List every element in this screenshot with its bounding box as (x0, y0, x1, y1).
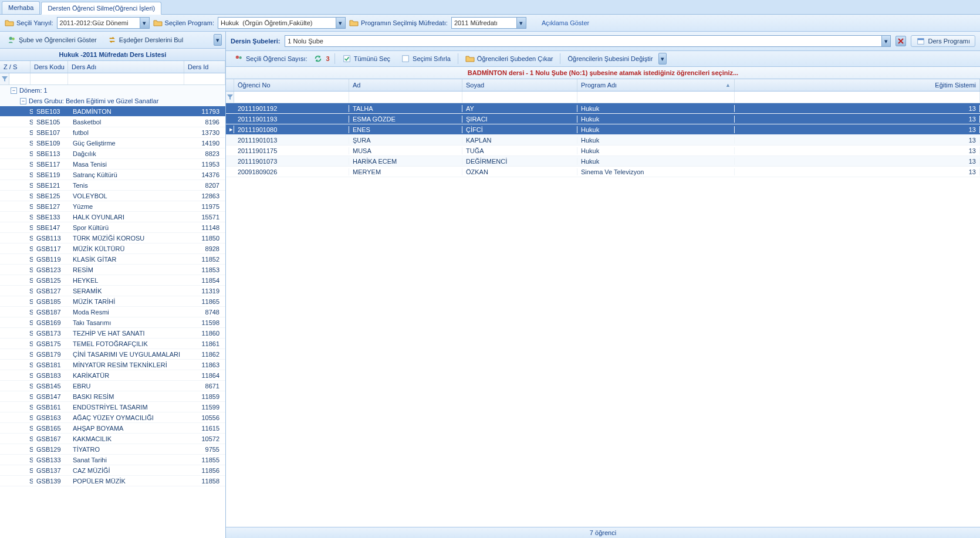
course-row[interactable]: S...GSB163AĞAÇ YÜZEY OYMACILIĞI10556 (0, 412, 225, 423)
course-row[interactable]: S...SBE119Satranç Kültürü14376 (0, 170, 225, 180)
clear-selection-button[interactable]: Seçimi Sıfırla (396, 53, 455, 64)
course-zs: S... (0, 319, 33, 326)
course-row[interactable]: S...SBE117Masa Tenisi11953 (0, 159, 225, 170)
course-row[interactable]: S...SBE127Yüzme11975 (0, 201, 225, 212)
course-row[interactable]: S...GSB165AHŞAP BOYAMA11615 (0, 423, 225, 434)
course-grid-body[interactable]: −Dönem: 1 −Ders Grubu: Beden Eğitimi ve … (0, 85, 225, 538)
close-button[interactable] (895, 36, 906, 46)
course-row[interactable]: S...SBE109Güç Geliştirme14190 (0, 138, 225, 148)
course-row[interactable]: S...GSB167KAKMACILIK10572 (0, 434, 225, 444)
chevron-down-icon[interactable]: ▾ (336, 18, 345, 28)
collapse-icon[interactable]: − (11, 87, 17, 94)
group-row-course-group[interactable]: −Ders Grubu: Beden Eğitimi ve Güzel Sana… (0, 96, 225, 106)
course-row[interactable]: S...GSB117MÜZİK KÜLTÜRÜ8928 (0, 243, 225, 254)
course-row[interactable]: S...GSB139POPÜLER MÜZİK11858 (0, 476, 225, 486)
left-toolbar-menu-button[interactable]: ▾ (214, 34, 222, 46)
course-code: SBE103 (33, 108, 69, 115)
chevron-down-icon[interactable]: ▾ (881, 36, 891, 46)
course-zs: S... (0, 330, 33, 337)
course-row[interactable]: S...SBE103BADMİNTON11793 (0, 106, 225, 117)
select-all-button[interactable]: Tümünü Seç (337, 53, 395, 64)
course-id: 11858 (190, 478, 225, 485)
course-row[interactable]: S...GSB113TÜRK MÜZİĞİ KOROSU11850 (0, 233, 225, 243)
group-row-term[interactable]: −Dönem: 1 (0, 85, 225, 96)
col-kod[interactable]: Ders Kodu (31, 61, 68, 73)
course-row[interactable]: S...SBE107futbol13730 (0, 127, 225, 138)
show-description-link[interactable]: Açıklama Göster (542, 19, 589, 26)
course-id: 9755 (190, 446, 225, 453)
course-row[interactable]: S...SBE113Dağcılık8823 (0, 148, 225, 159)
col-ad[interactable]: Ders Adı (68, 61, 184, 73)
chevron-down-icon[interactable]: ▾ (140, 18, 149, 28)
top-toolbar: Seçili Yarıyıl: ▾ Seçilen Program: ▾ Pro… (0, 15, 980, 32)
course-row[interactable]: S...SBE133HALK OYUNLARI15571 (0, 212, 225, 222)
course-row[interactable]: S...SBE105Basketbol8196 (0, 117, 225, 127)
course-id: 10556 (190, 414, 225, 421)
course-row[interactable]: S...GSB181MİNYATÜR RESİM TEKNİKLERİ11863 (0, 360, 225, 370)
semester-input[interactable] (58, 18, 140, 28)
find-equivalents-button[interactable]: Eşdeğer Derslerini Bul (104, 35, 187, 45)
section-combo[interactable]: ▾ (285, 35, 891, 47)
course-row[interactable]: S...SBE125VOLEYBOL12863 (0, 191, 225, 201)
student-row[interactable]: 20111901013ŞURAKAPLANHukuk13 (226, 135, 980, 146)
tab-remove-student[interactable]: Dersten Öğrenci Silme(Öğrenci İşleri) (41, 2, 161, 15)
program-combo[interactable]: ▾ (218, 17, 346, 29)
course-row[interactable]: S...SBE121Tenis8207 (0, 180, 225, 191)
collapse-icon[interactable]: − (20, 98, 26, 104)
move-students-menu-button[interactable]: ▾ (658, 53, 667, 65)
course-row[interactable]: S...GSB123RESİM11853 (0, 265, 225, 275)
course-row[interactable]: S...GSB133Sanat Tarihi11855 (0, 455, 225, 465)
chevron-down-icon[interactable]: ▾ (516, 18, 526, 28)
col-education-system[interactable]: Eğitim Sistemi (735, 79, 980, 91)
course-row[interactable]: S...GSB125HEYKEL11854 (0, 275, 225, 286)
col-student-name[interactable]: Ad (349, 79, 462, 91)
student-row[interactable]: 20091809026MERYEMÖZKANSinema Ve Televizy… (226, 167, 980, 177)
student-row[interactable]: 20111901192TALHAAYHukuk13 (226, 103, 980, 114)
course-row[interactable]: S...GSB185MÜZİK TARİHİ11865 (0, 296, 225, 307)
course-row[interactable]: S...GSB127SERAMİK11319 (0, 286, 225, 296)
refresh-icon[interactable] (313, 55, 323, 63)
course-code: GSB133 (33, 456, 69, 463)
move-students-button[interactable]: Öğrencilerin Şubesini Değiştir (563, 54, 657, 63)
student-row[interactable]: 20111901073HARİKA ECEMDEĞİRMENCİHukuk13 (226, 156, 980, 167)
student-row[interactable]: 20111901175MUSATUĞAHukuk13 (226, 146, 980, 156)
col-student-no[interactable]: Öğrenci No (234, 79, 349, 91)
filter-icon[interactable] (0, 73, 9, 84)
col-zs[interactable]: Z / S (0, 61, 31, 73)
curriculum-combo[interactable]: ▾ (451, 17, 526, 29)
col-student-surname[interactable]: Soyad (462, 79, 577, 91)
curriculum-input[interactable] (452, 18, 516, 28)
course-row[interactable]: S...GSB173TEZHİP VE HAT SANATI11860 (0, 328, 225, 339)
course-id: 11319 (190, 287, 225, 295)
col-program[interactable]: Program Adı▲ (577, 79, 735, 91)
student-row[interactable]: 20111901193ESMA GÖZDEŞIRACIHukuk13 (226, 114, 980, 124)
course-row[interactable]: S...SBE147Spor Kültürü11148 (0, 222, 225, 233)
course-row[interactable]: S...GSB183KARİKATÜR11864 (0, 370, 225, 381)
course-row[interactable]: S...GSB129TİYATRO9755 (0, 444, 225, 455)
filter-icon[interactable] (226, 92, 234, 103)
student-grid-body[interactable]: 20111901192TALHAAYHukuk1320111901193ESMA… (226, 103, 980, 527)
course-name: BADMİNTON (69, 108, 190, 115)
sections-label: Dersin Şubeleri: (231, 38, 280, 45)
course-row[interactable]: S...GSB187Moda Resmi8748 (0, 307, 225, 317)
course-row[interactable]: S...GSB169Takı Tasarımı11598 (0, 317, 225, 328)
course-name: Sanat Tarihi (69, 456, 190, 463)
course-row[interactable]: S...GSB137CAZ MÜZİĞİ11856 (0, 465, 225, 476)
semester-combo[interactable]: ▾ (57, 17, 150, 29)
show-section-students-button[interactable]: Şube ve Öğrencileri Göster (4, 35, 100, 45)
course-zs: S... (0, 203, 33, 210)
col-id[interactable]: Ders Id (184, 61, 225, 73)
course-id: 11859 (190, 393, 225, 400)
schedule-button[interactable]: Ders Programı (911, 35, 975, 47)
student-row[interactable]: ▸20111901080ENESÇİFCİHukuk13 (226, 124, 980, 135)
course-row[interactable]: S...GSB119KLASİK GİTAR11852 (0, 254, 225, 265)
tab-welcome[interactable]: Merhaba (2, 1, 40, 14)
course-row[interactable]: S...GSB175TEMEL FOTOĞRAFÇILIK11861 (0, 339, 225, 349)
program-input[interactable] (218, 18, 336, 28)
course-row[interactable]: S...GSB147BASKI RESİM11859 (0, 391, 225, 402)
course-row[interactable]: S...GSB179ÇİNİ TASARIMI VE UYGULAMALARI1… (0, 349, 225, 360)
course-row[interactable]: S...GSB161ENDÜSTRİYEL TASARIM11599 (0, 402, 225, 412)
section-input[interactable] (285, 36, 881, 46)
remove-students-button[interactable]: Öğrencileri Şubeden Çıkar (461, 53, 558, 64)
course-row[interactable]: S...GSB145EBRU8671 (0, 381, 225, 391)
